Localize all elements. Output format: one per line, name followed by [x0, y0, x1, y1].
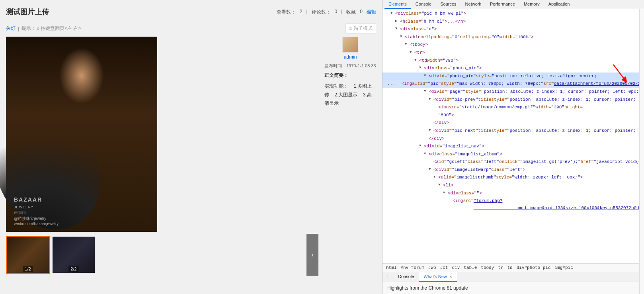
breadcrumb-nv-forum[interactable]: #nv_forum	[399, 265, 425, 270]
ellipsis-button[interactable]: ...	[387, 80, 395, 88]
expand-icon-2[interactable]: ▶	[395, 18, 400, 24]
breadcrumb-tbody[interactable]: tbody	[480, 265, 495, 270]
whats-new-content: Highlights from the Chrome 81 update	[382, 282, 639, 294]
post-title: 测试图片上传	[6, 7, 49, 17]
expand-icon-21[interactable]: ▼	[433, 174, 438, 180]
tab-console[interactable]: Console	[412, 0, 435, 9]
dom-line-15[interactable]: ▼ <div id="pic-next" title style="positi…	[382, 127, 639, 135]
dom-line-23[interactable]: ▼ <div class="">	[382, 190, 639, 198]
expand-icon-3[interactable]: ▼	[395, 26, 400, 31]
post-header: 测试图片上传 查看数： 2 | 评论数： 0 | 收藏 0 编辑	[6, 4, 376, 20]
dom-line-3[interactable]: ▼ <div class="d">	[382, 25, 639, 33]
dom-line-4[interactable]: ▼ <table cellpadding="0" cellspacing="0"…	[382, 33, 639, 41]
expand-icon-18[interactable]: ▼	[424, 151, 429, 157]
username-link[interactable]: admin	[344, 54, 357, 60]
expand-icon-5[interactable]: ▼	[405, 41, 410, 47]
breadcrumb-div[interactable]: div	[451, 265, 461, 270]
breadcrumb-div-photo-pic[interactable]: div#photo_pic	[515, 265, 552, 270]
sticker-button[interactable]: ≡ 贴子模式	[345, 24, 376, 33]
dom-line-8[interactable]: ▼ <div class="photo_pic">	[382, 65, 639, 73]
tab-network[interactable]: Network	[461, 0, 485, 9]
breadcrumb-html[interactable]: html	[385, 265, 398, 270]
dom-line-6[interactable]: ▼ <tr>	[382, 49, 639, 57]
console-tab[interactable]: Console	[393, 272, 419, 282]
post-toolbar: 关灯 | 提示：支持键盘翻页<左 右> ≡ 贴子模式	[6, 24, 376, 33]
tab-memory[interactable]: Memory	[520, 0, 544, 9]
red-arrow	[607, 63, 631, 84]
thumbnail-strip: 1/2 2/2 ›	[6, 234, 318, 276]
tab-performance[interactable]: Performance	[486, 0, 519, 9]
thumbnail-nav-right[interactable]: ›	[306, 234, 318, 276]
publish-date: 发布时间：1970-1-1 08:33	[324, 63, 376, 69]
tab-application[interactable]: Application	[544, 0, 574, 9]
dom-line-13[interactable]: <img src="static/image/common/emp.gif" w…	[382, 104, 639, 112]
dom-line-24[interactable]: <img src="forum.php? mod=image&aid=133&s…	[382, 197, 639, 212]
dom-line-11[interactable]: ▼ <div id="pager" style="position: absol…	[382, 88, 639, 96]
breadcrumb-wp[interactable]: #wp	[427, 265, 437, 270]
expand-icon-17[interactable]: ▼	[419, 143, 424, 149]
expand-icon-9[interactable]: ▼	[424, 73, 429, 78]
expand-icon-11[interactable]: ▼	[424, 88, 429, 94]
sticker-icon: ≡	[349, 26, 352, 31]
sticker-label: 贴子模式	[353, 25, 373, 32]
brand-sub: JEWELRY	[14, 204, 42, 210]
thumbnail-2[interactable]: 2/2	[52, 236, 96, 274]
tab-sources[interactable]: Sources	[436, 0, 460, 9]
brand-chinese: 芭莎珠宝	[14, 211, 42, 216]
expand-icon-22[interactable]: ▼	[438, 182, 443, 188]
forum-img-link[interactable]: "forum.php? mod=image&aid=133&size=100x1…	[474, 198, 639, 212]
dom-line-19[interactable]: <a id="goleft" class="left" onclick="ima…	[382, 158, 639, 166]
main-image[interactable]: BAZAAR JEWELRY 芭莎珠宝 @芭莎珠宝jewelry weibo.c…	[6, 37, 157, 232]
dom-line-17[interactable]: ▼ <div id="imagelist_nav">	[382, 143, 639, 151]
dom-line-7[interactable]: ▼ <td width="780">	[382, 57, 639, 65]
expand-icon-23[interactable]: ▼	[443, 190, 448, 196]
dom-line-1[interactable]: ▼ <div class="pic_h bm vw pl">	[382, 10, 639, 18]
dom-line-22[interactable]: ▼ <li>	[382, 182, 639, 190]
main-devtools-area: ▼ <div class="pic_h bm vw pl"> ▶ <h clas…	[382, 9, 644, 294]
dom-line-5[interactable]: ▼ <tbody>	[382, 41, 639, 49]
expand-icon-20[interactable]: ▼	[429, 167, 433, 172]
dom-line-13b[interactable]: "500">	[382, 112, 639, 120]
breadcrumb-td[interactable]: td	[506, 265, 514, 270]
dom-line-16[interactable]: </div>	[382, 135, 639, 143]
expand-icon-4[interactable]: ▼	[400, 34, 405, 39]
edit-link[interactable]: 编辑	[367, 9, 376, 16]
whats-new-tab[interactable]: What's New ×	[419, 272, 457, 282]
separator3: |	[18, 26, 19, 31]
dom-line-2[interactable]: ▶ <h class="h hm cl">...</h>	[382, 18, 639, 26]
breadcrumb-ct[interactable]: #ct	[439, 265, 449, 270]
tab-elements[interactable]: Elements	[384, 0, 411, 9]
expand-icon-1[interactable]: ▼	[390, 10, 395, 16]
collect-label: 收藏	[346, 9, 356, 16]
emp-gif-link[interactable]: "static/image/common/emp.gif"	[459, 104, 535, 111]
avatar	[342, 37, 358, 53]
dom-line-20[interactable]: ▼ <div id="imagelistwarp" class="left">	[382, 166, 639, 174]
breadcrumb-table[interactable]: table	[463, 265, 478, 270]
dom-tree-content: ▼ <div class="pic_h bm vw pl"> ▶ <h clas…	[382, 9, 639, 263]
comment-count: 0	[335, 9, 338, 16]
weibo-handle: @芭莎珠宝jewelry weibo.com/bazaarjewelry	[14, 216, 59, 226]
breadcrumb-tr[interactable]: tr	[497, 265, 504, 270]
forum-content-panel: 测试图片上传 查看数： 2 | 评论数： 0 | 收藏 0 编辑 关灯 | 提示…	[0, 0, 382, 294]
whats-new-close[interactable]: ×	[450, 274, 452, 279]
dom-line-21[interactable]: ▼ <ul id="imagelistthumb" style="width: …	[382, 174, 639, 182]
breadcrumb-img-pic[interactable]: img#pic	[554, 265, 574, 270]
expand-icon-12[interactable]: ▼	[429, 96, 433, 102]
lights-off-button[interactable]: 关灯	[6, 25, 16, 32]
view-count: 2	[300, 9, 302, 16]
three-dots-button[interactable]: ⋮	[382, 272, 393, 282]
dom-line-18[interactable]: ▼ <div class="imagelist_album">	[382, 151, 639, 159]
svg-line-1	[613, 65, 625, 80]
main-image-section: BAZAAR JEWELRY 芭莎珠宝 @芭莎珠宝jewelry weibo.c…	[6, 37, 318, 276]
thumbnail-1[interactable]: 1/2	[6, 236, 50, 274]
dom-line-9[interactable]: ▼ <div id="photo_pic" style="position: r…	[382, 73, 639, 80]
dom-line-14[interactable]: </div>	[382, 119, 639, 127]
dom-line-12[interactable]: ▼ <div id="pic-prev" title style="positi…	[382, 96, 639, 104]
expand-icon-7[interactable]: ▼	[414, 57, 419, 63]
expand-icon-8[interactable]: ▼	[419, 65, 424, 71]
expand-icon-6[interactable]: ▼	[410, 49, 414, 55]
dom-line-10[interactable]: ... <img alt id="pic" style="max-width: …	[382, 80, 639, 88]
expand-icon-15[interactable]: ▼	[429, 127, 433, 133]
dom-tree: ▼ <div class="pic_h bm vw pl"> ▶ <h clas…	[382, 10, 639, 212]
elements-panel: ▼ <div class="pic_h bm vw pl"> ▶ <h clas…	[382, 9, 639, 294]
